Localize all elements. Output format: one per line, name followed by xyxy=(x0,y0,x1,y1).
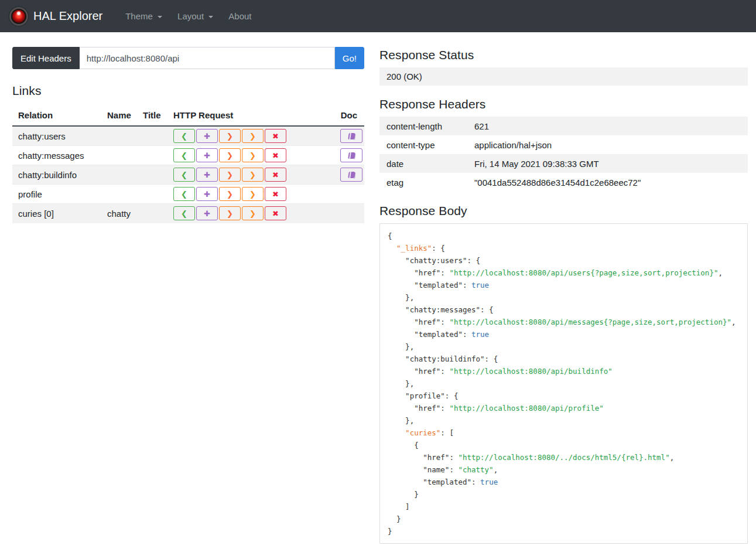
request-bar: Edit Headers Go! xyxy=(12,47,364,69)
url-input[interactable] xyxy=(80,47,335,69)
link-name xyxy=(101,185,137,204)
get-request-button[interactable]: ❮ xyxy=(173,129,195,143)
link-relation: chatty:buildinfo xyxy=(12,165,101,185)
delete-request-button[interactable]: ✖ xyxy=(265,148,286,162)
response-header-row: content-typeapplication/hal+json xyxy=(379,135,748,154)
put-request-button[interactable]: ❯ xyxy=(219,168,241,182)
link-row: profile❮✚❯❯✖ xyxy=(12,185,364,204)
doc-cell xyxy=(314,165,364,185)
request-panel: Edit Headers Go! Links RelationNameTitle… xyxy=(12,47,364,223)
doc-cell xyxy=(314,185,364,204)
link-name: chatty xyxy=(101,204,137,223)
get-request-button[interactable]: ❮ xyxy=(173,168,195,182)
go-button[interactable]: Go! xyxy=(335,47,364,69)
http-request-buttons: ❮✚❯❯✖ xyxy=(167,185,314,204)
navbar-menu: Theme Layout About xyxy=(118,6,259,26)
put-request-button[interactable]: ❯ xyxy=(219,206,241,220)
response-headers-body: content-length621content-typeapplication… xyxy=(379,117,748,192)
nav-item-about[interactable]: About xyxy=(221,6,259,26)
link-title xyxy=(137,185,167,204)
response-status-title: Response Status xyxy=(379,48,748,62)
patch-request-button[interactable]: ❯ xyxy=(242,129,264,143)
patch-request-button[interactable]: ❯ xyxy=(242,206,264,220)
link-relation: chatty:messages xyxy=(12,146,101,165)
get-request-button[interactable]: ❮ xyxy=(173,206,195,220)
response-body-title: Response Body xyxy=(379,204,748,218)
links-table-body: chatty:users❮✚❯❯✖chatty:messages❮✚❯❯✖cha… xyxy=(12,126,364,223)
patch-request-button[interactable]: ❯ xyxy=(242,148,264,162)
response-status-value: 200 (OK) xyxy=(379,67,748,86)
get-request-button[interactable]: ❮ xyxy=(173,187,195,201)
post-request-button[interactable]: ✚ xyxy=(196,168,218,182)
chevron-down-icon xyxy=(208,16,213,18)
doc-cell xyxy=(314,204,364,223)
response-panel: Response Status 200 (OK) Response Header… xyxy=(379,47,748,552)
navbar: HAL Explorer Theme Layout About xyxy=(0,0,756,32)
header-value: application/hal+json xyxy=(467,135,748,154)
column-header-name: Name xyxy=(101,105,137,126)
links-table-header-row: RelationNameTitleHTTP RequestDoc xyxy=(12,105,364,126)
header-name: content-type xyxy=(379,135,467,154)
chevron-down-icon xyxy=(158,16,162,18)
doc-button[interactable] xyxy=(340,148,362,162)
doc-cell xyxy=(314,146,364,165)
header-name: date xyxy=(379,154,467,173)
post-request-button[interactable]: ✚ xyxy=(196,187,218,201)
link-relation: chatty:users xyxy=(12,126,101,146)
delete-request-button[interactable]: ✖ xyxy=(265,206,286,220)
doc-book-icon xyxy=(348,133,355,139)
link-name xyxy=(101,146,137,165)
delete-request-button[interactable]: ✖ xyxy=(265,168,286,182)
post-request-button[interactable]: ✚ xyxy=(196,148,218,162)
response-headers-table: content-length621content-typeapplication… xyxy=(379,117,748,192)
link-relation: curies [0] xyxy=(12,204,101,223)
links-section-title: Links xyxy=(12,84,364,98)
http-request-buttons: ❮✚❯❯✖ xyxy=(167,146,314,165)
header-name: content-length xyxy=(379,117,467,135)
put-request-button[interactable]: ❯ xyxy=(219,187,241,201)
link-row: chatty:buildinfo❮✚❯❯✖ xyxy=(12,165,364,185)
response-header-row: content-length621 xyxy=(379,117,748,135)
doc-book-icon xyxy=(348,152,355,159)
response-body-json: { "_links": { "chatty:users": { "href": … xyxy=(379,223,748,544)
http-request-buttons: ❮✚❯❯✖ xyxy=(167,126,314,146)
patch-request-button[interactable]: ❯ xyxy=(242,168,264,182)
hal-9000-logo-icon xyxy=(9,7,28,26)
delete-request-button[interactable]: ✖ xyxy=(265,187,286,201)
header-name: etag xyxy=(379,173,467,192)
doc-button[interactable] xyxy=(340,168,362,182)
header-value: Fri, 14 May 2021 09:38:33 GMT xyxy=(467,154,748,173)
http-request-buttons: ❮✚❯❯✖ xyxy=(167,204,314,223)
post-request-button[interactable]: ✚ xyxy=(196,129,218,143)
column-header-title: Title xyxy=(137,105,167,126)
put-request-button[interactable]: ❯ xyxy=(219,148,241,162)
header-value: "0041da552488d86e31454d1c2e68eec72" xyxy=(467,173,748,192)
response-header-row: dateFri, 14 May 2021 09:38:33 GMT xyxy=(379,154,748,173)
delete-request-button[interactable]: ✖ xyxy=(265,129,286,143)
column-header-http-request: HTTP Request xyxy=(167,105,314,126)
link-row: chatty:messages❮✚❯❯✖ xyxy=(12,146,364,165)
get-request-button[interactable]: ❮ xyxy=(173,148,195,162)
link-relation: profile xyxy=(12,185,101,204)
put-request-button[interactable]: ❯ xyxy=(219,129,241,143)
column-header-relation: Relation xyxy=(12,105,101,126)
link-title xyxy=(137,126,167,146)
doc-button[interactable] xyxy=(340,129,362,143)
link-name xyxy=(101,165,137,185)
doc-cell xyxy=(314,126,364,146)
navbar-brand[interactable]: HAL Explorer xyxy=(7,7,105,26)
patch-request-button[interactable]: ❯ xyxy=(242,187,264,201)
main-content: Edit Headers Go! Links RelationNameTitle… xyxy=(0,32,756,552)
http-request-buttons: ❮✚❯❯✖ xyxy=(167,165,314,185)
link-row: chatty:users❮✚❯❯✖ xyxy=(12,126,364,146)
link-title xyxy=(137,146,167,165)
nav-item-layout[interactable]: Layout xyxy=(170,6,221,26)
doc-book-icon xyxy=(348,172,355,178)
brand-title: HAL Explorer xyxy=(33,9,102,23)
post-request-button[interactable]: ✚ xyxy=(196,206,218,220)
column-header-doc: Doc xyxy=(314,105,364,126)
header-value: 621 xyxy=(467,117,748,135)
edit-headers-button[interactable]: Edit Headers xyxy=(12,47,80,69)
nav-item-theme[interactable]: Theme xyxy=(118,6,170,26)
link-title xyxy=(137,165,167,185)
